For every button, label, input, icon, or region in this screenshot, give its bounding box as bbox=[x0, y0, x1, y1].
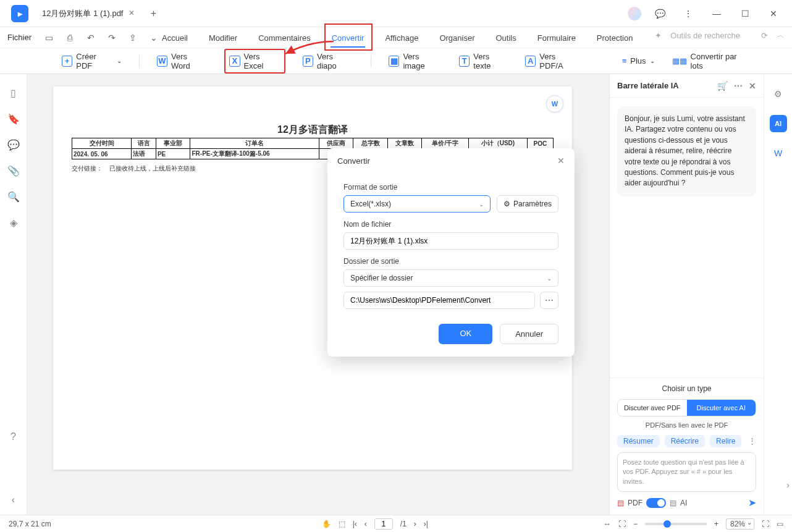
document-tab[interactable]: 12月份对账单 1 (1).pdf ✕ bbox=[35, 4, 138, 23]
minimize-icon[interactable]: — bbox=[707, 4, 727, 23]
filename-label: Nom de fichier bbox=[343, 220, 558, 229]
file-menu[interactable]: Fichier bbox=[7, 33, 32, 42]
chevron-down-icon: ⌄ bbox=[547, 275, 552, 282]
comment-rail-icon[interactable]: 💬 bbox=[7, 138, 20, 151]
to-image-button[interactable]: ▦Vers image bbox=[389, 52, 442, 70]
tab-protection[interactable]: Protection bbox=[596, 30, 634, 46]
tab-affichage[interactable]: Affichage bbox=[384, 30, 419, 46]
chevron-down-icon[interactable]: ⌄ bbox=[145, 30, 162, 45]
format-select[interactable]: Excel(*.xlsx)⌄ bbox=[343, 195, 491, 213]
ai-rail-icon[interactable]: AI bbox=[770, 115, 787, 132]
cancel-button[interactable]: Annuler bbox=[500, 324, 558, 344]
titlebar: ▸ 12月份对账单 1 (1).pdf ✕ + 💬 ⋮ — ☐ ✕ bbox=[0, 0, 792, 27]
ai-sidebar-title: Barre latérale IA bbox=[617, 81, 679, 90]
first-page-icon[interactable]: |‹ bbox=[353, 520, 357, 528]
open-icon[interactable]: ▭ bbox=[40, 30, 57, 45]
page-number-input[interactable] bbox=[374, 518, 393, 530]
gear-icon: ⚙ bbox=[503, 200, 510, 208]
new-tab-button[interactable]: + bbox=[145, 8, 163, 19]
undo-icon[interactable]: ↶ bbox=[82, 30, 99, 45]
right-rail: ⚙ AI W bbox=[764, 74, 792, 515]
plus-icon: + bbox=[62, 56, 72, 67]
pdf-toggle[interactable] bbox=[646, 498, 666, 508]
page-icon[interactable]: ▯ bbox=[7, 87, 20, 99]
chip-resume[interactable]: Résumer bbox=[617, 435, 660, 447]
chip-rewrite[interactable]: Réécrire bbox=[665, 435, 705, 447]
sparkle-icon: ✦ bbox=[655, 31, 662, 40]
tab-convertir[interactable]: Convertir bbox=[331, 30, 366, 48]
batch-convert-button[interactable]: ▦▦Convertir par lots bbox=[672, 52, 749, 70]
share-icon[interactable]: ⇪ bbox=[124, 30, 141, 45]
word-badge-icon[interactable]: W bbox=[546, 95, 563, 112]
last-page-icon[interactable]: ›| bbox=[424, 520, 428, 528]
fullscreen-icon[interactable]: ⛶ bbox=[762, 520, 769, 528]
search-icon[interactable]: 🔍 bbox=[7, 190, 20, 203]
settings-sliders-icon[interactable]: ⚙ bbox=[770, 85, 787, 103]
zoom-out-icon[interactable]: − bbox=[633, 520, 638, 528]
close-window-icon[interactable]: ✕ bbox=[764, 4, 783, 23]
tab-formulaire[interactable]: Formulaire bbox=[536, 30, 577, 46]
create-pdf-button[interactable]: +Créer PDF⌄ bbox=[62, 52, 122, 70]
zoom-select[interactable]: 82% bbox=[726, 518, 754, 530]
to-word-button[interactable]: WVers Word bbox=[157, 52, 208, 70]
ok-button[interactable]: OK bbox=[439, 324, 492, 344]
hand-tool-icon[interactable]: ✋ bbox=[322, 520, 331, 528]
more-button[interactable]: ≡Plus⌄ bbox=[622, 56, 655, 65]
zoom-slider[interactable] bbox=[645, 523, 707, 525]
convert-toolbar: +Créer PDF⌄ WVers Word XVers Excel PVers… bbox=[0, 48, 792, 74]
chip-proofread[interactable]: Relire bbox=[710, 435, 741, 447]
output-path-input[interactable] bbox=[343, 292, 535, 309]
to-pdfa-button[interactable]: AVers PDF/A bbox=[525, 52, 580, 70]
chevron-up-icon[interactable]: ︿ bbox=[777, 30, 785, 41]
discuss-ai-button[interactable]: Discuter avec AI bbox=[687, 400, 756, 416]
discuss-pdf-button[interactable]: Discuter avec PDF bbox=[618, 400, 687, 416]
filename-input[interactable] bbox=[343, 232, 558, 250]
next-page-icon[interactable]: › bbox=[414, 520, 416, 528]
browse-button[interactable]: ⋯ bbox=[540, 292, 558, 309]
chevron-down-icon: ⌄ bbox=[479, 201, 484, 208]
chips-more-icon[interactable]: ⋮ bbox=[748, 436, 756, 445]
left-rail: ▯ 🔖 💬 📎 🔍 ◈ ? ‹ bbox=[0, 74, 27, 515]
more-icon[interactable]: ⋯ bbox=[734, 81, 743, 91]
pdf-label: PDF bbox=[628, 499, 642, 507]
attachment-icon[interactable]: 📎 bbox=[7, 164, 20, 177]
avatar[interactable] bbox=[628, 7, 641, 20]
close-tab-icon[interactable]: ✕ bbox=[128, 9, 135, 17]
dialog-close-icon[interactable]: ✕ bbox=[557, 156, 565, 166]
kebab-menu-icon[interactable]: ⋮ bbox=[678, 4, 698, 23]
select-tool-icon[interactable]: ⬚ bbox=[339, 520, 345, 528]
folder-select[interactable]: Spécifier le dossier⌄ bbox=[343, 269, 558, 287]
read-mode-icon[interactable]: ▭ bbox=[777, 520, 783, 528]
to-powerpoint-button[interactable]: PVers diapo bbox=[303, 52, 353, 70]
print-icon[interactable]: ⎙ bbox=[61, 30, 78, 45]
prev-page-icon[interactable]: ‹ bbox=[364, 520, 367, 528]
layers-icon[interactable]: ◈ bbox=[7, 216, 20, 229]
cloud-sync-icon[interactable]: ⟳ bbox=[761, 31, 768, 40]
tab-accueil[interactable]: Accueil bbox=[161, 30, 189, 46]
close-sidebar-icon[interactable]: ✕ bbox=[749, 81, 756, 91]
to-text-button[interactable]: TVers texte bbox=[459, 52, 508, 70]
fit-width-icon[interactable]: ↔ bbox=[604, 520, 611, 528]
comment-icon[interactable]: 💬 bbox=[650, 4, 670, 23]
search-tools-label[interactable]: Outils de recherche bbox=[670, 31, 740, 40]
zoom-in-icon[interactable]: + bbox=[714, 520, 718, 528]
tab-outils[interactable]: Outils bbox=[495, 30, 518, 46]
send-icon[interactable]: ➤ bbox=[748, 497, 756, 509]
to-excel-button[interactable]: XVers Excel bbox=[224, 49, 285, 74]
grid-icon: ▦▦ bbox=[672, 56, 687, 65]
cart-icon[interactable]: 🛒 bbox=[717, 81, 728, 91]
collapse-left-icon[interactable]: ‹ bbox=[7, 494, 20, 506]
collapse-right-icon[interactable]: › bbox=[786, 480, 790, 490]
word-rail-icon[interactable]: W bbox=[770, 145, 787, 162]
tab-modifier[interactable]: Modifier bbox=[208, 30, 238, 46]
fit-page-icon[interactable]: ⛶ bbox=[618, 520, 626, 528]
redo-icon[interactable]: ↷ bbox=[103, 30, 120, 45]
tab-commentaires[interactable]: Commentaires bbox=[257, 30, 312, 46]
parameters-button[interactable]: ⚙Paramètres bbox=[497, 195, 558, 213]
bookmark-icon[interactable]: 🔖 bbox=[7, 112, 20, 125]
help-icon[interactable]: ? bbox=[7, 431, 20, 443]
doc-title: 12月多语言翻译 bbox=[72, 124, 554, 137]
ai-input[interactable]: Posez toute question qui n'est pas liée … bbox=[617, 452, 756, 492]
maximize-icon[interactable]: ☐ bbox=[735, 4, 755, 23]
tab-organiser[interactable]: Organiser bbox=[438, 30, 476, 46]
